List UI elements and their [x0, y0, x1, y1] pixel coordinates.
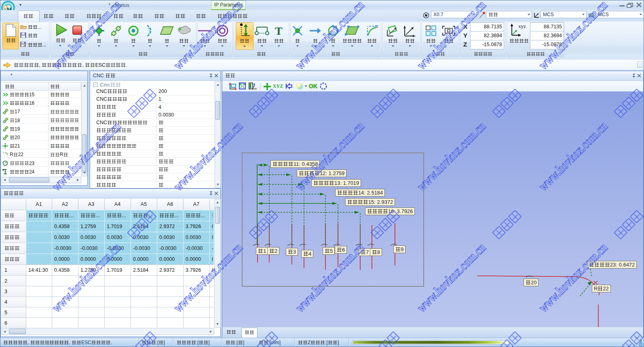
svg-text:xyz: xyz	[518, 23, 526, 29]
svg-text:T: T	[275, 25, 283, 37]
